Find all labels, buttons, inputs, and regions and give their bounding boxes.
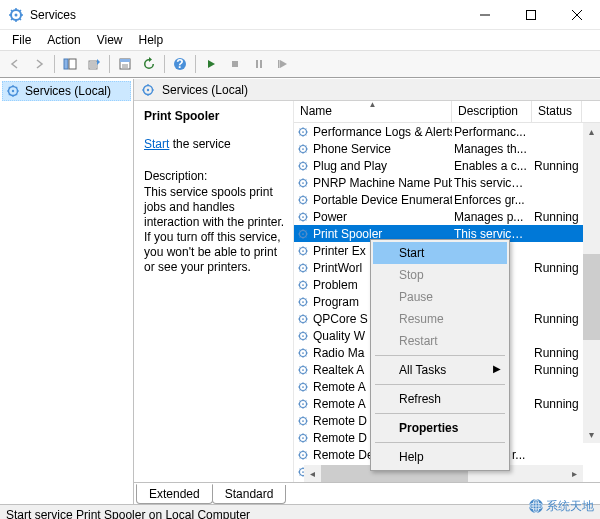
menu-file[interactable]: File xyxy=(4,31,39,49)
svg-point-53 xyxy=(302,420,304,422)
nav-item-services-local[interactable]: Services (Local) xyxy=(2,81,131,101)
svg-point-29 xyxy=(302,216,304,218)
menu-bar: File Action View Help xyxy=(0,30,600,50)
minimize-button[interactable] xyxy=(462,0,508,30)
cell-status: Running xyxy=(532,346,582,360)
svg-rect-3 xyxy=(64,59,68,69)
close-button[interactable] xyxy=(554,0,600,30)
status-text: Start service Print Spooler on Local Com… xyxy=(6,508,250,520)
svg-point-55 xyxy=(302,437,304,439)
gear-icon xyxy=(296,431,310,445)
svg-point-19 xyxy=(302,131,304,133)
gear-icon xyxy=(296,244,310,258)
tab-extended[interactable]: Extended xyxy=(136,484,213,504)
svg-point-17 xyxy=(147,88,149,90)
detail-panel: Print Spooler Start the service Descript… xyxy=(134,101,294,482)
properties-button[interactable] xyxy=(114,53,136,75)
toolbar-separator xyxy=(109,55,110,73)
pause-service-button[interactable] xyxy=(248,53,270,75)
show-hide-tree-button[interactable] xyxy=(59,53,81,75)
gear-icon xyxy=(296,346,310,360)
service-row[interactable]: Portable Device Enumerator...Enforces gr… xyxy=(294,191,600,208)
service-row[interactable]: PNRP Machine Name Publi...This service .… xyxy=(294,174,600,191)
col-description[interactable]: Description xyxy=(452,101,532,122)
gear-icon xyxy=(296,210,310,224)
window-title: Services xyxy=(30,8,462,22)
start-service-button[interactable] xyxy=(200,53,222,75)
gear-icon xyxy=(296,159,310,173)
menu-view[interactable]: View xyxy=(89,31,131,49)
sort-asc-icon: ▲ xyxy=(369,101,377,109)
scroll-thumb[interactable] xyxy=(583,254,600,340)
cell-desc: This service ... xyxy=(452,176,532,190)
menu-help[interactable]: Help xyxy=(131,31,172,49)
cell-status: Running xyxy=(532,363,582,377)
content: Print Spooler Start the service Descript… xyxy=(134,101,600,482)
menu-action[interactable]: Action xyxy=(39,31,88,49)
svg-point-21 xyxy=(302,148,304,150)
view-tabs: Extended Standard xyxy=(134,482,600,504)
scroll-track[interactable] xyxy=(583,140,600,426)
cell-status: Running xyxy=(532,159,582,173)
svg-rect-13 xyxy=(278,60,280,68)
service-row[interactable]: Plug and PlayEnables a c...Running xyxy=(294,157,600,174)
nav-tree[interactable]: Services (Local) xyxy=(0,79,134,504)
scroll-down-button[interactable]: ▾ xyxy=(583,426,600,443)
svg-rect-11 xyxy=(256,60,258,68)
scroll-right-button[interactable]: ▸ xyxy=(566,465,583,482)
ctx-help[interactable]: Help xyxy=(373,446,507,468)
svg-rect-2 xyxy=(527,10,536,19)
service-row[interactable]: PowerManages p...Running xyxy=(294,208,600,225)
ctx-properties[interactable]: Properties xyxy=(373,417,507,439)
svg-text:?: ? xyxy=(176,57,183,71)
gear-icon xyxy=(296,193,310,207)
cell-desc: Performanc... xyxy=(452,125,532,139)
svg-point-23 xyxy=(302,165,304,167)
forward-button[interactable] xyxy=(28,53,50,75)
ctx-separator xyxy=(375,384,505,385)
gear-icon xyxy=(296,125,310,139)
svg-point-33 xyxy=(302,250,304,252)
svg-point-31 xyxy=(302,233,304,235)
gear-icon xyxy=(296,448,310,462)
svg-point-39 xyxy=(302,301,304,303)
svg-point-47 xyxy=(302,369,304,371)
service-row[interactable]: Phone ServiceManages th... xyxy=(294,140,600,157)
col-name[interactable]: ▲Name xyxy=(294,101,452,122)
col-status[interactable]: Status xyxy=(532,101,582,122)
list-header: ▲Name Description Status xyxy=(294,101,600,123)
svg-point-45 xyxy=(302,352,304,354)
tab-standard[interactable]: Standard xyxy=(212,485,287,504)
title-bar: Services xyxy=(0,0,600,30)
ctx-separator xyxy=(375,413,505,414)
maximize-button[interactable] xyxy=(508,0,554,30)
svg-point-27 xyxy=(302,199,304,201)
cell-desc: Enables a c... xyxy=(452,159,532,173)
ctx-all-tasks[interactable]: All Tasks▶ xyxy=(373,359,507,381)
vertical-scrollbar[interactable]: ▴ ▾ xyxy=(583,123,600,443)
gear-icon xyxy=(296,380,310,394)
toolbar-separator xyxy=(54,55,55,73)
ctx-separator xyxy=(375,355,505,356)
help-button[interactable]: ? xyxy=(169,53,191,75)
gear-icon xyxy=(296,261,310,275)
back-button[interactable] xyxy=(4,53,26,75)
cell-desc: Enforces gr... xyxy=(452,193,532,207)
stop-service-button[interactable] xyxy=(224,53,246,75)
scroll-left-button[interactable]: ◂ xyxy=(304,465,321,482)
svg-point-41 xyxy=(302,318,304,320)
cell-name: Performance Logs & Alerts xyxy=(294,125,452,139)
export-list-button[interactable] xyxy=(83,53,105,75)
detail-start-line: Start the service xyxy=(144,137,285,151)
refresh-button[interactable] xyxy=(138,53,160,75)
ctx-refresh[interactable]: Refresh xyxy=(373,388,507,410)
start-link[interactable]: Start xyxy=(144,137,169,151)
service-row[interactable]: Performance Logs & AlertsPerformanc... xyxy=(294,123,600,140)
gear-icon xyxy=(296,176,310,190)
svg-point-43 xyxy=(302,335,304,337)
gear-icon xyxy=(296,142,310,156)
restart-service-button[interactable] xyxy=(272,53,294,75)
cell-name: Portable Device Enumerator... xyxy=(294,193,452,207)
ctx-start[interactable]: Start xyxy=(373,242,507,264)
scroll-up-button[interactable]: ▴ xyxy=(583,123,600,140)
